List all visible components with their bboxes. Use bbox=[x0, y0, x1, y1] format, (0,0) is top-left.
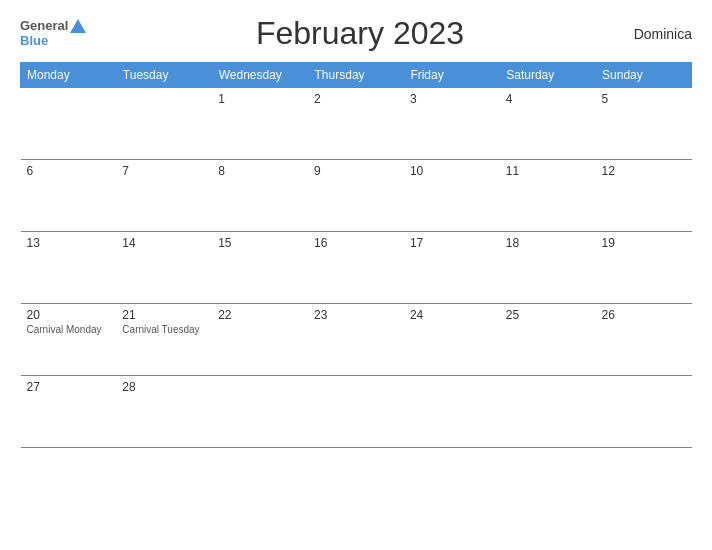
day-number: 9 bbox=[314, 164, 398, 178]
day-number: 21 bbox=[122, 308, 206, 322]
day-number: 19 bbox=[602, 236, 686, 250]
day-number: 26 bbox=[602, 308, 686, 322]
calendar-cell: 15 bbox=[212, 232, 308, 304]
calendar-week-row: 2728 bbox=[21, 376, 692, 448]
country-label: Dominica bbox=[634, 26, 692, 42]
day-number: 17 bbox=[410, 236, 494, 250]
col-friday: Friday bbox=[404, 63, 500, 88]
col-saturday: Saturday bbox=[500, 63, 596, 88]
calendar-header-row: Monday Tuesday Wednesday Thursday Friday… bbox=[21, 63, 692, 88]
day-number: 10 bbox=[410, 164, 494, 178]
calendar-week-row: 12345 bbox=[21, 88, 692, 160]
page: General Blue February 2023 Dominica Mond… bbox=[0, 0, 712, 550]
logo-general-text: General bbox=[20, 19, 68, 33]
calendar-cell: 11 bbox=[500, 160, 596, 232]
day-number: 4 bbox=[506, 92, 590, 106]
col-tuesday: Tuesday bbox=[116, 63, 212, 88]
calendar-cell: 28 bbox=[116, 376, 212, 448]
day-number: 5 bbox=[602, 92, 686, 106]
calendar-cell bbox=[116, 88, 212, 160]
calendar-cell bbox=[308, 376, 404, 448]
calendar-cell: 13 bbox=[21, 232, 117, 304]
calendar-cell: 6 bbox=[21, 160, 117, 232]
calendar-cell: 3 bbox=[404, 88, 500, 160]
holiday-label: Carnival Tuesday bbox=[122, 324, 206, 335]
day-number: 24 bbox=[410, 308, 494, 322]
calendar-cell: 25 bbox=[500, 304, 596, 376]
day-number: 18 bbox=[506, 236, 590, 250]
calendar-cell bbox=[21, 88, 117, 160]
day-number: 14 bbox=[122, 236, 206, 250]
calendar-cell bbox=[212, 376, 308, 448]
day-number: 13 bbox=[27, 236, 111, 250]
day-number: 16 bbox=[314, 236, 398, 250]
calendar-week-row: 20Carnival Monday21Carnival Tuesday22232… bbox=[21, 304, 692, 376]
col-wednesday: Wednesday bbox=[212, 63, 308, 88]
calendar-cell bbox=[500, 376, 596, 448]
day-number: 2 bbox=[314, 92, 398, 106]
calendar-cell: 2 bbox=[308, 88, 404, 160]
day-number: 8 bbox=[218, 164, 302, 178]
calendar-cell: 26 bbox=[596, 304, 692, 376]
day-number: 25 bbox=[506, 308, 590, 322]
day-number: 6 bbox=[27, 164, 111, 178]
header: General Blue February 2023 Dominica bbox=[20, 15, 692, 52]
col-thursday: Thursday bbox=[308, 63, 404, 88]
calendar-cell: 5 bbox=[596, 88, 692, 160]
calendar-table: Monday Tuesday Wednesday Thursday Friday… bbox=[20, 62, 692, 448]
day-number: 12 bbox=[602, 164, 686, 178]
calendar-cell: 18 bbox=[500, 232, 596, 304]
calendar-cell: 20Carnival Monday bbox=[21, 304, 117, 376]
calendar-cell: 23 bbox=[308, 304, 404, 376]
calendar-cell: 22 bbox=[212, 304, 308, 376]
day-number: 27 bbox=[27, 380, 111, 394]
col-monday: Monday bbox=[21, 63, 117, 88]
calendar-cell bbox=[596, 376, 692, 448]
logo-triangle-icon bbox=[70, 19, 86, 33]
day-number: 11 bbox=[506, 164, 590, 178]
calendar-cell: 19 bbox=[596, 232, 692, 304]
calendar-week-row: 6789101112 bbox=[21, 160, 692, 232]
holiday-label: Carnival Monday bbox=[27, 324, 111, 335]
calendar-cell: 27 bbox=[21, 376, 117, 448]
day-number: 22 bbox=[218, 308, 302, 322]
calendar-cell: 12 bbox=[596, 160, 692, 232]
calendar-cell bbox=[404, 376, 500, 448]
calendar-cell: 24 bbox=[404, 304, 500, 376]
calendar-cell: 16 bbox=[308, 232, 404, 304]
day-number: 20 bbox=[27, 308, 111, 322]
day-number: 23 bbox=[314, 308, 398, 322]
calendar-week-row: 13141516171819 bbox=[21, 232, 692, 304]
day-number: 3 bbox=[410, 92, 494, 106]
logo-blue-text: Blue bbox=[20, 34, 86, 48]
day-number: 15 bbox=[218, 236, 302, 250]
calendar-cell: 8 bbox=[212, 160, 308, 232]
day-number: 7 bbox=[122, 164, 206, 178]
calendar-cell: 21Carnival Tuesday bbox=[116, 304, 212, 376]
calendar-cell: 17 bbox=[404, 232, 500, 304]
logo: General Blue bbox=[20, 19, 86, 48]
col-sunday: Sunday bbox=[596, 63, 692, 88]
calendar-cell: 10 bbox=[404, 160, 500, 232]
calendar-cell: 4 bbox=[500, 88, 596, 160]
day-number: 28 bbox=[122, 380, 206, 394]
calendar-title: February 2023 bbox=[86, 15, 633, 52]
calendar-cell: 14 bbox=[116, 232, 212, 304]
calendar-cell: 9 bbox=[308, 160, 404, 232]
calendar-cell: 7 bbox=[116, 160, 212, 232]
calendar-cell: 1 bbox=[212, 88, 308, 160]
day-number: 1 bbox=[218, 92, 302, 106]
